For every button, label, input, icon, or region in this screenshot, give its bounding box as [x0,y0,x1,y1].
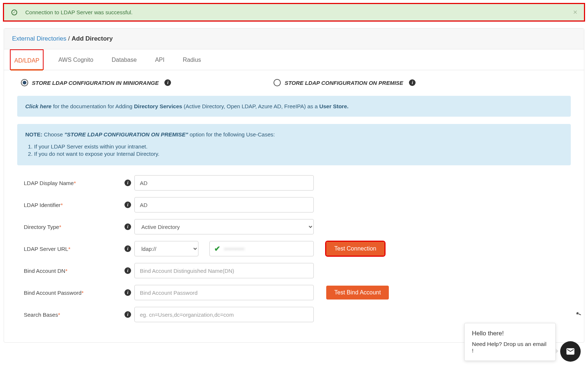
label-server-url: LDAP Server URL [24,246,68,252]
doc-info-box: Click here for the documentation for Add… [17,96,571,117]
select-directory-type[interactable]: Active Directory [134,219,314,234]
radio-icon [21,79,28,86]
alert-success: ✓ Connection to LDAP Server was successf… [3,3,585,22]
input-bind-pw[interactable] [134,285,314,300]
panel-body: STORE LDAP CONFIGURATION IN MINIORANGE i… [4,70,584,342]
ldap-form: LDAP Display Name* i LDAP Identifier* i … [17,174,571,323]
radio-miniorange[interactable]: STORE LDAP CONFIGURATION IN MINIORANGE i [21,79,171,86]
input-display-name[interactable] [134,175,314,191]
breadcrumb-current: Add Directory [72,35,113,42]
tabs: AD/LDAP AWS Cognito Database API Radius [4,49,584,70]
breadcrumb-sep: / [66,35,71,42]
breadcrumb: External Directories / Add Directory [4,29,584,49]
label-directory-type: Directory Type [24,224,59,230]
info-icon[interactable]: i [124,202,131,208]
note-choose: Choose [42,131,64,138]
info-icon[interactable]: i [124,223,131,230]
alert-message: Connection to LDAP Server was successful… [25,9,133,15]
radio-onpremise-label: STORE LDAP CONFIGURATION ON PREMISE [284,80,403,86]
breadcrumb-root-link[interactable]: External Directories [12,35,66,42]
tab-radius[interactable]: Radius [179,49,205,70]
doc-userstore: User Store. [319,103,349,109]
tab-database[interactable]: Database [108,49,141,70]
doc-text-1: for the documentation for Adding [52,103,134,109]
test-connection-button[interactable]: Test Connection [326,242,384,256]
config-location-radios: STORE LDAP CONFIGURATION IN MINIORANGE i… [17,79,571,86]
note-info-box: NOTE: Choose "STORE LDAP CONFIGURATION O… [17,124,571,165]
note-tail: option for the following Use-Cases: [188,131,275,138]
info-icon[interactable]: i [124,267,131,274]
input-server-url-wrap[interactable]: ✔ ••••••••• [209,241,314,256]
test-bind-account-button[interactable]: Test Bind Account [326,286,389,300]
doc-text-2: (Active Directory, Open LDAP, Azure AD, … [182,103,319,109]
radio-icon [273,79,281,86]
label-display-name: LDAP Display Name [24,180,74,186]
info-icon[interactable]: i [124,289,131,296]
check-icon: ✔ [214,244,220,253]
server-url-value: ••••••••• [224,246,245,252]
select-protocol[interactable]: ldap:// [134,241,198,256]
chat-greeting: Hello there! [472,330,548,337]
info-icon[interactable]: i [124,311,131,318]
input-bind-dn[interactable] [134,263,314,278]
input-identifier[interactable] [134,197,314,212]
info-icon[interactable]: i [124,180,131,186]
radio-miniorange-label: STORE LDAP CONFIGURATION IN MINIORANGE [32,80,159,86]
main-panel: External Directories / Add Directory AD/… [4,28,584,343]
check-circle-icon: ✓ [11,10,17,15]
radio-onpremise[interactable]: STORE LDAP CONFIGURATION ON PREMISE i [273,79,416,86]
info-icon[interactable]: i [409,79,416,86]
note-li1: If your LDAP Server exists within your i… [34,143,563,150]
tab-api[interactable]: API [151,49,168,70]
info-icon[interactable]: i [124,245,131,252]
alert-close-button[interactable]: × [573,8,577,16]
doc-dirserv: Directory Services [134,103,182,109]
doc-click-here-link[interactable]: Click here [25,103,52,109]
note-onprem-quote: "STORE LDAP CONFIGURATION ON PREMISE" [64,131,188,138]
tab-adldap[interactable]: AD/LDAP [10,49,44,70]
note-li2: If you do not want to expose your Intern… [34,151,563,157]
input-search-bases[interactable] [134,307,314,322]
chat-help-text: Need Help? Drop us an email ! [472,341,548,343]
label-bind-dn: Bind Account DN [24,268,65,274]
label-identifier: LDAP Identifier [24,202,61,208]
label-bind-pw: Bind Account Password [24,290,82,296]
chat-popup: Hello there! Need Help? Drop us an email… [464,323,556,343]
tab-aws-cognito[interactable]: AWS Cognito [55,49,97,70]
info-icon[interactable]: i [164,79,171,86]
label-search-bases: Search Bases [24,312,58,318]
note-label: NOTE: [25,131,42,138]
